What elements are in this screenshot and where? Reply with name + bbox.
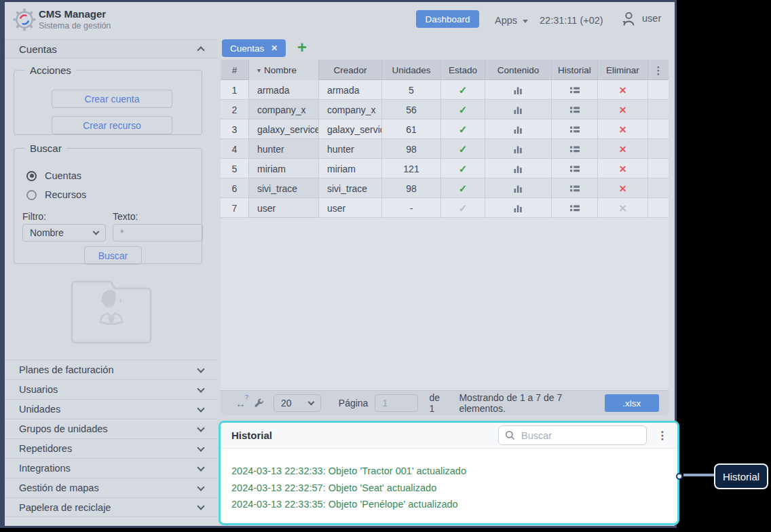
app-window: CMS Manager Sistema de gestión Dashboard…: [0, 0, 677, 528]
sidebar-menu-item[interactable]: Usuarios: [5, 379, 217, 399]
tab-cuentas[interactable]: Cuentas ✕: [222, 39, 286, 57]
texto-input[interactable]: [113, 224, 203, 242]
historial-cell[interactable]: [552, 198, 598, 218]
estado-check-icon[interactable]: ✓: [459, 124, 468, 136]
tab-close-icon[interactable]: ✕: [271, 43, 278, 53]
contenido-cell[interactable]: [485, 159, 552, 178]
contenido-cell[interactable]: [485, 198, 552, 218]
dashboard-button[interactable]: Dashboard: [416, 10, 479, 28]
cell-unidades: 56: [382, 100, 441, 119]
cell-nombre[interactable]: miriam: [249, 159, 319, 178]
radio-cuentas-label: Cuentas: [45, 170, 81, 181]
delete-icon[interactable]: ✕: [619, 164, 627, 174]
log-entry: 2024-03-13 22:32:33: Objeto 'Tractor 001…: [231, 463, 666, 480]
cell-nombre[interactable]: hunter: [249, 139, 319, 159]
col-header-nombre[interactable]: ▾ Nombre: [249, 60, 319, 80]
historial-log: 2024-03-13 22:32:33: Objeto 'Tractor 001…: [221, 449, 677, 513]
fit-columns-icon[interactable]: ↔ ?: [236, 398, 246, 409]
contenido-cell[interactable]: [485, 100, 552, 119]
radio-selected-icon[interactable]: [26, 171, 37, 181]
col-header-unidades[interactable]: Unidades: [382, 60, 441, 80]
sidebar-menu-item[interactable]: Repetidores: [5, 438, 217, 458]
historial-search-box[interactable]: [498, 425, 647, 445]
delete-icon[interactable]: ✕: [619, 124, 627, 135]
cell-unidades: 98: [382, 139, 441, 159]
delete-icon[interactable]: ✕: [619, 183, 627, 194]
historial-cell[interactable]: [552, 159, 598, 178]
user-name[interactable]: user: [642, 13, 661, 24]
radio-unselected-icon[interactable]: [26, 190, 37, 200]
radio-cuentas[interactable]: Cuentas: [26, 170, 81, 181]
cell-nombre[interactable]: sivi_trace: [249, 178, 319, 198]
estado-check-icon[interactable]: ✓: [459, 163, 468, 175]
table-row[interactable]: 6 sivi_trace sivi_trace 98 ✓ ✕: [221, 178, 669, 198]
table-row[interactable]: 2 company_x company_x 56 ✓ ✕: [221, 100, 669, 119]
cell-nombre[interactable]: company_x: [249, 100, 319, 119]
column-menu-button[interactable]: ⋮: [648, 60, 669, 80]
historial-cell[interactable]: [552, 139, 598, 159]
estado-check-icon[interactable]: ✓: [459, 202, 468, 214]
cell-nombre[interactable]: armada: [249, 80, 319, 100]
list-icon: [570, 166, 580, 172]
estado-check-icon[interactable]: ✓: [459, 143, 468, 155]
accounts-table: # ▾ Nombre Creador Unidades Estado Conte…: [221, 60, 669, 415]
contenido-cell[interactable]: [485, 139, 552, 159]
table-row[interactable]: 7 user user - ✓ ✕: [221, 198, 669, 218]
page-number-input[interactable]: [375, 394, 418, 412]
delete-icon[interactable]: ✕: [619, 144, 627, 155]
col-header-estado[interactable]: Estado: [441, 60, 485, 80]
apps-menu[interactable]: Apps: [495, 15, 528, 26]
historial-search-input[interactable]: [520, 430, 640, 442]
crear-cuenta-button[interactable]: Crear cuenta: [52, 90, 172, 108]
delete-icon[interactable]: ✕: [619, 85, 627, 96]
historial-cell[interactable]: [552, 178, 598, 198]
estado-check-icon[interactable]: ✓: [459, 84, 468, 96]
radio-recursos[interactable]: Recursos: [26, 189, 86, 200]
col-header-creador[interactable]: Creador: [319, 60, 382, 80]
add-tab-button[interactable]: +: [293, 38, 312, 57]
contenido-cell[interactable]: [485, 119, 552, 139]
sidebar-menu-item[interactable]: Integrations: [5, 458, 217, 478]
sidebar-section-cuentas[interactable]: Cuentas: [5, 39, 217, 58]
estado-check-icon[interactable]: ✓: [459, 104, 468, 116]
table-row[interactable]: 1 armada armada 5 ✓ ✕: [221, 80, 669, 100]
cell-nombre[interactable]: galaxy_service: [249, 119, 319, 139]
historial-cell[interactable]: [552, 100, 598, 119]
page-size-select[interactable]: 20: [274, 394, 321, 412]
sidebar-menu-item[interactable]: Grupos de unidades: [5, 419, 217, 438]
estado-check-icon[interactable]: ✓: [459, 183, 468, 195]
cell-nombre[interactable]: user: [249, 198, 319, 218]
delete-icon[interactable]: ✕: [619, 104, 627, 115]
sidebar-menu-item[interactable]: Gestión de mapas: [5, 478, 217, 497]
contenido-cell[interactable]: [485, 178, 552, 198]
col-header-num[interactable]: #: [221, 60, 249, 80]
col-header-historial[interactable]: Historial: [552, 60, 598, 80]
row-filler-cell: [648, 119, 669, 139]
settings-wrench-icon[interactable]: [254, 398, 264, 408]
delete-icon[interactable]: ✕: [619, 203, 627, 214]
sidebar-section-label: Cuentas: [19, 43, 57, 55]
crear-recurso-button[interactable]: Crear recurso: [52, 116, 172, 134]
list-icon: [570, 87, 580, 94]
filtro-select[interactable]: Nombre: [22, 224, 106, 242]
historial-header: Historial ⋮: [221, 423, 677, 449]
historial-menu-icon[interactable]: ⋮: [657, 429, 668, 442]
sidebar-menu-item[interactable]: Unidades: [5, 399, 217, 419]
table-row[interactable]: 4 hunter hunter 98 ✓ ✕: [221, 139, 669, 159]
table-row[interactable]: 5 miriam miriam 121 ✓ ✕: [221, 159, 669, 178]
chevron-down-icon: [197, 424, 204, 432]
app-subtitle: Sistema de gestión: [39, 21, 111, 31]
export-xlsx-button[interactable]: .xlsx: [605, 394, 659, 412]
cell-num: 4: [221, 139, 249, 159]
buscar-button[interactable]: Buscar: [84, 246, 142, 265]
historial-cell[interactable]: [552, 119, 598, 139]
col-header-eliminar[interactable]: Eliminar: [598, 60, 648, 80]
chevron-down-icon: [197, 483, 204, 491]
sidebar-menu-item[interactable]: Papelera de reciclaje: [5, 497, 217, 517]
table-row[interactable]: 3 galaxy_service galaxy_service 61 ✓ ✕: [221, 119, 669, 139]
contenido-cell[interactable]: [485, 80, 552, 100]
user-icon[interactable]: [621, 11, 636, 27]
col-header-contenido[interactable]: Contenido: [485, 60, 552, 80]
sidebar-menu-item[interactable]: Planes de facturación: [5, 360, 217, 379]
historial-cell[interactable]: [552, 80, 598, 100]
